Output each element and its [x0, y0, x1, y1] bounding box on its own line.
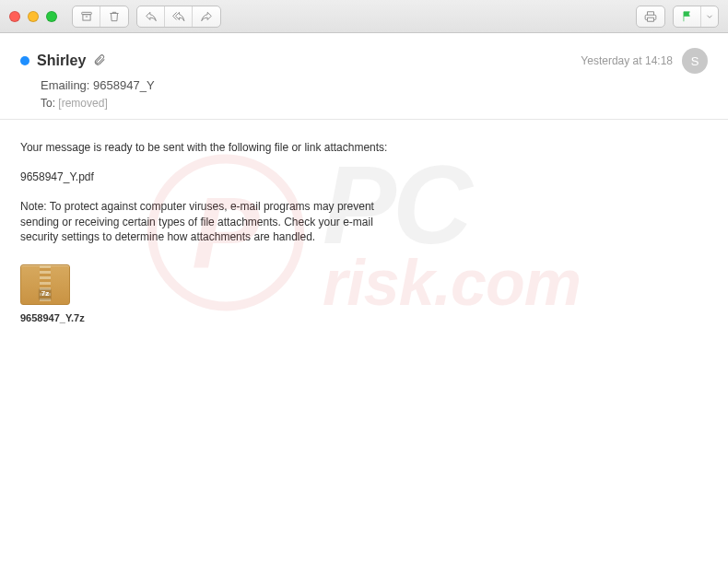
reply-button[interactable] [137, 6, 165, 27]
body-para-1: Your message is ready to be sent with th… [20, 140, 398, 155]
reply-all-icon [172, 10, 185, 23]
archive-box-icon [80, 10, 93, 23]
archive-format-label: 7z [39, 288, 52, 300]
reply-icon [145, 10, 158, 23]
watermark-line2: risk.com [323, 253, 581, 311]
forward-button[interactable] [193, 6, 220, 27]
attachment-indicator-icon [93, 53, 106, 69]
print-button[interactable] [637, 6, 664, 27]
body-filename: 9658947_Y.pdf [20, 170, 398, 184]
to-value[interactable]: [removed] [58, 97, 107, 110]
flag-button[interactable] [674, 6, 701, 27]
trash-button[interactable] [100, 6, 128, 27]
reply-forward-group [136, 6, 221, 28]
svg-rect-1 [82, 14, 89, 19]
minimize-window-button[interactable] [28, 11, 39, 22]
chevron-down-icon [705, 12, 714, 21]
message-body: P PC risk.com Your message is ready to b… [0, 120, 728, 345]
avatar-initial: S [691, 54, 699, 68]
print-icon [644, 10, 657, 23]
close-window-button[interactable] [9, 11, 20, 22]
unread-indicator [20, 56, 29, 65]
flag-group [673, 6, 719, 28]
archive-trash-group [72, 6, 129, 28]
sender-avatar[interactable]: S [682, 48, 708, 74]
sender-name[interactable]: Shirley [37, 53, 86, 69]
sender-line: Shirley [20, 53, 581, 69]
subject-line: Emailing: 9658947_Y [41, 78, 708, 92]
body-note: Note: To protect against computer viruse… [20, 199, 398, 244]
to-line: To: [removed] [41, 97, 708, 110]
trash-icon [108, 10, 121, 23]
flag-dropdown-button[interactable] [701, 6, 718, 27]
archive-button[interactable] [73, 6, 100, 27]
reply-all-button[interactable] [165, 6, 193, 27]
attachment-block[interactable]: 7z 9658947_Y.7z [20, 264, 85, 325]
traffic-lights [9, 11, 57, 22]
header-top-row: Shirley Yesterday at 14:18 S [20, 48, 708, 74]
timestamp: Yesterday at 14:18 [581, 54, 673, 67]
window-titlebar [0, 0, 728, 33]
print-group [636, 6, 665, 28]
to-label: To: [41, 97, 55, 110]
forward-icon [200, 10, 213, 23]
message-header: Shirley Yesterday at 14:18 S Emailing: 9… [0, 33, 728, 120]
archive-file-icon: 7z [20, 264, 70, 305]
zoom-window-button[interactable] [46, 11, 57, 22]
attachment-filename: 9658947_Y.7z [20, 311, 85, 325]
flag-icon [681, 10, 694, 23]
